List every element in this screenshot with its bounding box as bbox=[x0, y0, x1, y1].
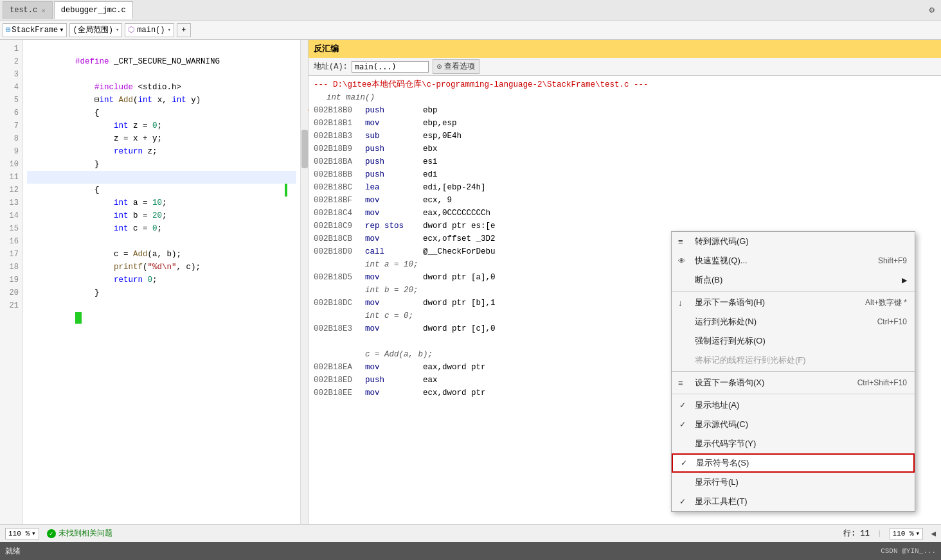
ctx-show-lineno[interactable]: 显示行号(L) bbox=[672, 473, 915, 492]
view-options-btn[interactable]: ⊙ 查看选项 bbox=[433, 59, 479, 74]
code-line-10: ⊟int main() bbox=[27, 158, 296, 171]
disasm-instr-13: mov bbox=[365, 271, 423, 284]
scope-label: (全局范围) bbox=[73, 24, 112, 35]
toolbar: ⊞ StackFrame ▾ (全局范围) ▾ ⬡ main() ▾ + bbox=[0, 21, 941, 40]
disasm-addr-18: 002B18EE bbox=[314, 387, 365, 399]
tab-test-c[interactable]: test.c ✕ bbox=[3, 1, 53, 19]
ctx-show-symbols-label: 显示符号名(S) bbox=[696, 457, 749, 469]
bottom-right: CSDN @YIN_... bbox=[881, 547, 936, 555]
line-num-14: 14 bbox=[0, 209, 22, 222]
ctx-goto-source[interactable]: ≡ 转到源代码(G) bbox=[672, 232, 915, 251]
status-sep: | bbox=[877, 530, 882, 538]
function-dropdown[interactable]: ⬡ main() ▾ bbox=[125, 23, 174, 37]
code-line-3: #include <stdio.h> bbox=[27, 68, 296, 81]
line-num-17: 17 bbox=[0, 248, 22, 261]
disasm-addr-11: 002B18CB bbox=[314, 232, 365, 245]
ctx-set-next-icon: ≡ bbox=[678, 378, 683, 388]
stackframe-arrow: ▾ bbox=[59, 25, 64, 35]
ctx-show-addr[interactable]: 显示地址(A) bbox=[672, 396, 915, 415]
line-num-5: 5 bbox=[0, 94, 22, 107]
ctx-run-cursor[interactable]: 运行到光标处(N) Ctrl+F10 bbox=[672, 312, 915, 331]
code-scrollbar[interactable] bbox=[300, 40, 308, 524]
disasm-addr-bar: 地址(A): ⊙ 查看选项 bbox=[309, 58, 941, 76]
disasm-asm-10: 002B18C9 rep stos dword ptr es:[e bbox=[314, 220, 936, 232]
ctx-show-source[interactable]: 显示源代码(C) bbox=[672, 415, 915, 434]
line-num-19: 19 bbox=[0, 274, 22, 286]
zoom-dropdown-right[interactable]: 110 % ▾ bbox=[890, 528, 924, 539]
disasm-op-16: eax,dword ptr bbox=[423, 361, 486, 374]
stackframe-group[interactable]: ⊞ StackFrame ▾ bbox=[3, 23, 67, 37]
zoom-arrow-left: ▾ bbox=[31, 529, 36, 538]
disasm-asm-7: 002B18BC lea edi,[ebp-24h] bbox=[314, 181, 936, 194]
disasm-op-5: esi bbox=[423, 155, 438, 168]
zoom-dropdown-left[interactable]: 110 % ▾ bbox=[5, 528, 39, 539]
disasm-instr-16: mov bbox=[365, 361, 423, 374]
code-scrollbar-thumb[interactable] bbox=[301, 130, 308, 168]
disasm-instr-9: mov bbox=[365, 207, 423, 220]
scope-dropdown[interactable]: (全局范围) ▾ bbox=[69, 23, 122, 37]
addr-label: 地址(A): bbox=[314, 61, 348, 72]
disasm-op-6: edi bbox=[423, 168, 438, 181]
disasm-src-main: int main() bbox=[314, 91, 936, 104]
status-ok: 未找到相关问题 bbox=[47, 528, 112, 539]
function-label: main() bbox=[137, 26, 165, 35]
ctx-breakpoint-label: 断点(B) bbox=[695, 274, 722, 286]
add-button[interactable]: + bbox=[177, 23, 191, 37]
code-lines[interactable]: #define _CRT_SECURE_NO_WARNING #include … bbox=[23, 40, 300, 524]
bottom-bar: 就绪 CSDN @YIN_... bbox=[0, 542, 941, 560]
line-num-4: 4 bbox=[0, 81, 22, 94]
disasm-instr-15: mov bbox=[365, 322, 423, 335]
function-icon: ⬡ bbox=[128, 25, 134, 35]
line-num-18: 18 bbox=[0, 261, 22, 274]
line-num-15: 15 bbox=[0, 222, 22, 235]
ctx-sep-2 bbox=[672, 371, 915, 372]
green-cursor bbox=[75, 312, 82, 324]
ctx-show-toolbar[interactable]: 显示工具栏(T) bbox=[672, 492, 915, 511]
view-options-label: 查看选项 bbox=[444, 61, 475, 72]
ctx-show-bytes[interactable]: 显示代码字节(Y) bbox=[672, 434, 915, 453]
disasm-instr-8: mov bbox=[365, 194, 423, 207]
code-line-12: int a = 10; bbox=[27, 184, 296, 197]
code-line-20 bbox=[27, 286, 296, 299]
tab-test-c-close[interactable]: ✕ bbox=[41, 6, 46, 15]
zoom-value-left: 110 % bbox=[8, 530, 30, 538]
context-menu: ≡ 转到源代码(G) 👁 快速监视(Q)... Shift+F9 断点(B) ▶… bbox=[671, 231, 915, 512]
disasm-asm-5: 002B18BA push esi bbox=[314, 155, 936, 168]
ctx-show-lineno-label: 显示行号(L) bbox=[695, 477, 739, 488]
disasm-addr-8: 002B18BF bbox=[314, 194, 365, 207]
ctx-set-next-shortcut: Ctrl+Shift+F10 bbox=[857, 378, 907, 387]
code-line-21 bbox=[27, 299, 296, 312]
zoom-left[interactable]: 110 % ▾ bbox=[5, 528, 39, 539]
disasm-instr-17: push bbox=[365, 374, 423, 387]
disasm-addr-input[interactable] bbox=[352, 61, 429, 73]
disasm-asm-3: 002B18B3 sub esp,0E4h bbox=[314, 130, 936, 143]
ctx-set-next-label: 设置下一条语句(X) bbox=[695, 377, 764, 389]
scroll-left-btn[interactable]: ◀ bbox=[931, 529, 936, 539]
ctx-quickwatch-shortcut: Shift+F9 bbox=[878, 256, 907, 265]
disasm-instr-2: mov bbox=[365, 117, 423, 130]
code-line-16: c = Add(a, b); bbox=[27, 235, 296, 248]
disasm-addr-12: 002B18D0 bbox=[314, 245, 365, 258]
row-indicator: 行: 11 bbox=[843, 528, 870, 539]
ctx-force-run[interactable]: 强制运行到光标(O) bbox=[672, 331, 915, 351]
disasm-op-2: ebp,esp bbox=[423, 117, 457, 130]
stackframe-label: StackFrame bbox=[12, 26, 58, 35]
disasm-asm-1: ⇒ 002B18B0 push ebp bbox=[314, 104, 936, 117]
tab-settings-icon[interactable]: ⚙ bbox=[926, 4, 938, 15]
ctx-set-next[interactable]: ≡ 设置下一条语句(X) Ctrl+Shift+F10 bbox=[672, 373, 915, 392]
ctx-breakpoint[interactable]: 断点(B) ▶ bbox=[672, 270, 915, 290]
function-arrow: ▾ bbox=[168, 26, 171, 33]
ctx-show-symbols[interactable]: 显示符号名(S) bbox=[672, 453, 915, 473]
code-line-6: int z = 0; bbox=[27, 107, 296, 119]
stackframe-icon: ⊞ bbox=[6, 25, 10, 35]
ctx-quickwatch[interactable]: 👁 快速监视(Q)... Shift+F9 bbox=[672, 251, 915, 270]
zoom-right[interactable]: 110 % ▾ bbox=[890, 528, 924, 539]
code-line-5: { bbox=[27, 94, 296, 107]
tab-debugger-jmc[interactable]: debugger_jmc.c bbox=[54, 1, 133, 19]
ctx-run-cursor-shortcut: Ctrl+F10 bbox=[877, 317, 907, 326]
code-pane: 1 2 3 4 5 6 7 8 9 10 11 ⇒ 12 13 14 15 16… bbox=[0, 40, 309, 524]
line-num-7: 7 bbox=[0, 119, 22, 132]
tab-debugger-label: debugger_jmc.c bbox=[61, 6, 126, 15]
code-line-13: int b = 20; bbox=[27, 197, 296, 209]
ctx-show-next[interactable]: ↓ 显示下一条语句(H) Alt+数字键 * bbox=[672, 293, 915, 312]
